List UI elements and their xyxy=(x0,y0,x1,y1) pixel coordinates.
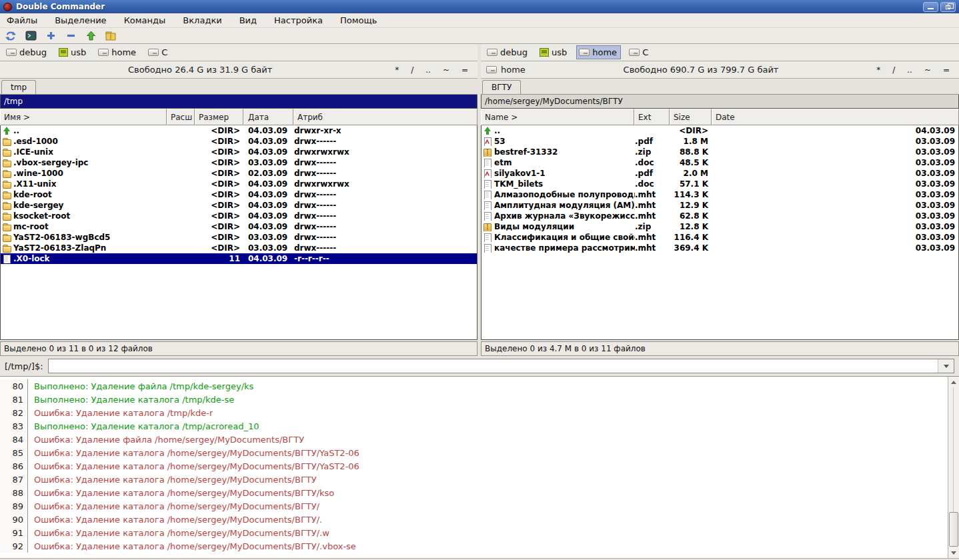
file-row[interactable]: kde-sergey<DIR>04.03.09drwx------ xyxy=(1,200,477,211)
shortcut-star[interactable]: * xyxy=(395,65,399,75)
shortcut-parent[interactable]: .. xyxy=(425,65,431,75)
file-row-selected[interactable]: .X0-lock1104.03.09-r--r--r-- xyxy=(1,253,477,264)
remove-icon[interactable] xyxy=(63,29,79,43)
right-path-bar[interactable]: /home/sergey/MyDocuments/ВГТУ xyxy=(481,95,959,109)
file-row[interactable]: 53.pdf1.8 M03.03.09 xyxy=(482,136,958,147)
shortcut-star[interactable]: * xyxy=(876,65,880,75)
right-col-size[interactable]: Size xyxy=(670,109,712,125)
right-tab-vgtu[interactable]: ВГТУ xyxy=(482,80,521,94)
log-line: 83Выполнено: Удаление каталога /tmp/acro… xyxy=(0,419,948,433)
up-dir-icon xyxy=(483,127,492,135)
left-tab-tmp[interactable]: tmp xyxy=(1,80,36,94)
right-col-ext[interactable]: Ext xyxy=(634,109,670,125)
minimize-icon xyxy=(928,8,934,9)
scrollbar-thumb[interactable] xyxy=(949,512,958,547)
left-col-date[interactable]: Дата xyxy=(243,109,293,125)
archive-icon[interactable] xyxy=(103,29,119,43)
right-drive-c[interactable]: C xyxy=(626,45,652,59)
refresh-icon[interactable] xyxy=(3,29,19,43)
document-icon xyxy=(483,159,492,167)
menu-selection[interactable]: Выделение xyxy=(55,15,106,25)
shortcut-equal[interactable]: = xyxy=(461,65,468,75)
menu-help[interactable]: Помощь xyxy=(340,15,377,25)
minimize-button[interactable] xyxy=(923,2,938,12)
file-row[interactable]: .vbox-sergey-ipc<DIR>03.03.09drwx------ xyxy=(1,157,477,168)
scroll-up-button[interactable] xyxy=(948,377,959,387)
right-col-date[interactable]: Date xyxy=(712,109,959,125)
menu-view[interactable]: Вид xyxy=(239,15,257,25)
up-level-icon[interactable] xyxy=(83,29,99,43)
file-row[interactable]: YaST2-06183-wgBcd5<DIR>03.03.09drwx-----… xyxy=(1,232,477,243)
folder-icon xyxy=(2,191,11,199)
right-drive-debug[interactable]: debug xyxy=(484,45,532,59)
shortcut-home[interactable]: ~ xyxy=(924,65,931,75)
command-input[interactable] xyxy=(49,360,938,372)
restore-button[interactable] xyxy=(940,2,956,12)
menu-files[interactable]: Файлы xyxy=(7,15,37,25)
command-history-button[interactable] xyxy=(938,359,954,373)
left-status-bar: Выделено 0 из 11 в 0 из 12 файлов xyxy=(0,341,477,356)
file-row[interactable]: Виды модуляции.zip12.8 K03.03.09 xyxy=(482,221,958,232)
log-line: 90Ошибка: Удаление каталога /home/sergey… xyxy=(0,513,948,526)
file-row[interactable]: .X11-unix<DIR>04.03.09drwxrwxrwx xyxy=(1,179,477,189)
shortcut-root[interactable]: / xyxy=(411,65,413,75)
left-col-name[interactable]: Имя > xyxy=(0,109,167,125)
file-row[interactable]: Алмазоподобные полупроводни.mht114.3 K03… xyxy=(482,189,958,200)
log-line: 80Выполнено: Удаление файла /tmp/kde-ser… xyxy=(0,379,948,393)
file-row[interactable]: .wine-1000<DIR>02.03.09drwx------ xyxy=(1,168,477,179)
disk-icon xyxy=(148,49,159,56)
disk-icon xyxy=(6,49,17,56)
document-icon xyxy=(483,212,492,221)
add-icon[interactable] xyxy=(43,29,59,43)
file-row[interactable]: ..<DIR>04.03.09 xyxy=(482,125,958,136)
file-row[interactable]: mc-root<DIR>04.03.09drwx------ xyxy=(1,221,477,232)
log-line: 84Ошибка: Удаление файла /home/sergey/My… xyxy=(0,433,948,446)
menu-config[interactable]: Настройка xyxy=(274,15,323,25)
shortcut-root[interactable]: / xyxy=(892,65,895,75)
file-row[interactable]: silyakov1-1.pdf2.0 M03.03.09 xyxy=(482,168,958,179)
file-row[interactable]: bestref-31332.zip88.8 K03.03.09 xyxy=(482,147,958,157)
file-row[interactable]: etm.doc48.5 K03.03.09 xyxy=(482,157,958,168)
folder-icon xyxy=(2,180,11,189)
file-row[interactable]: Архив журнала «Звукорежиссер.mht62.8 K03… xyxy=(482,211,958,221)
left-col-size[interactable]: Размер xyxy=(195,109,243,125)
left-drive-home[interactable]: home xyxy=(95,45,140,59)
file-row[interactable]: kde-root<DIR>04.03.09drwx------ xyxy=(1,189,477,200)
usb-icon xyxy=(540,48,549,57)
left-path-bar[interactable]: /tmp xyxy=(0,95,477,109)
shortcut-parent[interactable]: .. xyxy=(907,65,912,75)
file-row[interactable]: качестве примера рассмотрим м.mht369.4 K… xyxy=(482,243,958,253)
file-row[interactable]: TKM_bilets.doc57.1 K03.03.09 xyxy=(482,179,958,189)
left-free-space: Свободно 26.4 G из 31.9 G байт xyxy=(5,65,395,75)
log-line: 82Ошибка: Удаление каталога /tmp/kde-r xyxy=(0,406,948,419)
file-row[interactable]: ..<DIR>04.03.09drwxr-xr-x xyxy=(1,125,477,136)
right-col-name[interactable]: Name > xyxy=(481,109,634,125)
folder-icon xyxy=(2,159,11,167)
left-drive-debug[interactable]: debug xyxy=(3,45,51,59)
right-drive-home[interactable]: home xyxy=(576,45,621,59)
scroll-down-button[interactable] xyxy=(948,547,959,558)
log-scrollbar[interactable] xyxy=(948,377,959,558)
menu-tabs[interactable]: Вкладки xyxy=(183,15,221,25)
left-col-attr[interactable]: Атриб xyxy=(293,109,477,125)
triangle-down-icon xyxy=(951,551,956,555)
right-current-drive[interactable]: home xyxy=(486,65,526,75)
left-col-ext[interactable]: Расш xyxy=(167,109,195,125)
menu-commands[interactable]: Команды xyxy=(124,15,166,25)
file-row[interactable]: .ICE-unix<DIR>04.03.09drwxrwxrwx xyxy=(1,147,477,157)
file-row[interactable]: YaST2-06183-ZlaqPn<DIR>03.03.09drwx-----… xyxy=(1,243,477,253)
file-row[interactable]: Классификация и общие свойств.mht116.4 K… xyxy=(482,232,958,243)
shortcut-home[interactable]: ~ xyxy=(443,65,449,75)
shortcut-equal[interactable]: = xyxy=(943,65,950,75)
terminal-icon[interactable] xyxy=(23,29,39,43)
left-drive-c[interactable]: C xyxy=(145,45,171,59)
left-drive-usb[interactable]: usb xyxy=(56,45,90,59)
chevron-down-icon xyxy=(944,365,949,368)
right-drive-usb[interactable]: usb xyxy=(537,45,571,59)
file-row[interactable]: Амплитудная модуляция (АМ)_(.mht12.9 K03… xyxy=(482,200,958,211)
right-column-headers: Name > Ext Size Date xyxy=(481,109,959,125)
file-row[interactable]: ksocket-root<DIR>04.03.09drwx------ xyxy=(1,211,477,221)
right-info-bar: home Свободно 690.7 G из 799.7 G байт * … xyxy=(481,61,959,79)
file-row[interactable]: .esd-1000<DIR>04.03.09drwx------ xyxy=(1,136,477,147)
toolbar xyxy=(0,28,959,44)
